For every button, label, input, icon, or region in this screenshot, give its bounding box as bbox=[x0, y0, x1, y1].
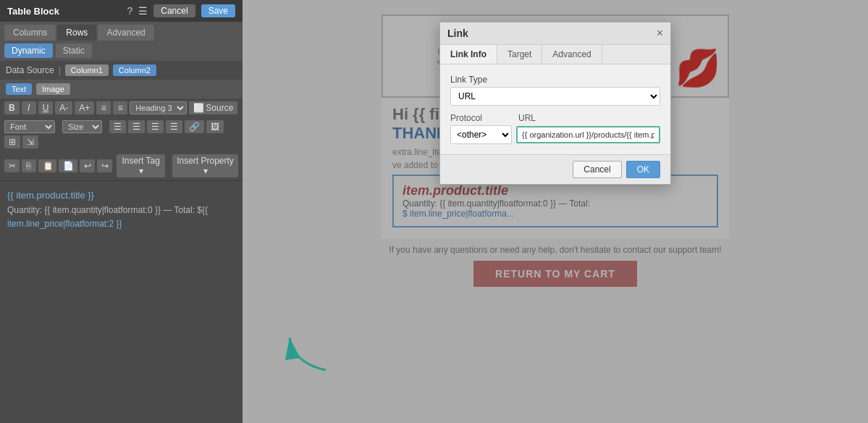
underline-button[interactable]: U bbox=[38, 101, 54, 114]
size-select[interactable]: Size bbox=[62, 120, 102, 133]
modal-body: Link Type URL Protocol URL <other> bbox=[440, 64, 670, 154]
link-type-select[interactable]: URL bbox=[450, 87, 660, 106]
bold-button[interactable]: B bbox=[4, 101, 20, 114]
column2-badge[interactable]: Column2 bbox=[113, 64, 156, 76]
source-icon: ⬜ bbox=[193, 103, 204, 113]
link-modal: Link × Link Info Target Advanced Link Ty… bbox=[439, 22, 671, 185]
align-center-button[interactable]: ☰ bbox=[128, 120, 145, 133]
arrow-svg bbox=[279, 327, 337, 377]
toolbar-row3: ✂ ⎘ 📋 📄 ↩ ↪ Insert Tag ▾ Insert Property… bbox=[0, 151, 243, 181]
url-input[interactable] bbox=[516, 126, 660, 143]
content-body-line1: Quantity: {{ item.quantity|floatformat:0… bbox=[7, 205, 208, 215]
tab-columns[interactable]: Columns bbox=[4, 25, 56, 41]
list-ol-button[interactable]: ≡ bbox=[96, 101, 111, 114]
menu-icon[interactable]: ☰ bbox=[138, 5, 148, 17]
undo-button[interactable]: ↩ bbox=[80, 159, 95, 172]
cut-button[interactable]: ✂ bbox=[4, 159, 20, 172]
link-button[interactable]: 🔗 bbox=[185, 120, 204, 133]
modal-tab-link-info[interactable]: Link Info bbox=[440, 45, 497, 64]
panel-header: Table Block ? ☰ Cancel Save bbox=[0, 0, 243, 22]
link-type-group: Link Type URL bbox=[450, 75, 660, 106]
modal-header: Link × bbox=[440, 22, 670, 45]
italic-button[interactable]: I bbox=[22, 101, 36, 114]
cancel-button[interactable]: Cancel bbox=[153, 4, 195, 17]
copy-button[interactable]: ⎘ bbox=[22, 159, 36, 172]
protocol-select[interactable]: <other> bbox=[450, 125, 512, 144]
modal-ok-button[interactable]: OK bbox=[626, 161, 660, 178]
main-tabs: Columns Rows Advanced bbox=[0, 22, 243, 41]
modal-footer: Cancel OK bbox=[440, 154, 670, 184]
align-right-button[interactable]: ☰ bbox=[147, 120, 164, 133]
right-panel: S.W.A.K. LIPS 💋 Hi {{ first_name }}, THA… bbox=[243, 0, 868, 423]
content-body: Quantity: {{ item.quantity|floatformat:0… bbox=[7, 204, 235, 231]
panel-header-icons: ? ☰ Cancel Save bbox=[127, 4, 235, 17]
modal-tabs: Link Info Target Advanced bbox=[440, 45, 670, 64]
panel-title: Table Block bbox=[7, 6, 59, 17]
modal-close-button[interactable]: × bbox=[657, 27, 663, 40]
insert-tag-button[interactable]: Insert Tag ▾ bbox=[117, 154, 166, 177]
paste-text-button[interactable]: 📄 bbox=[59, 159, 77, 172]
toolbar-row1: B I U A- A+ ≡ ≡ Heading 3 ⬜ Source bbox=[0, 99, 243, 117]
content-title: {{ item.product.title }} bbox=[7, 188, 235, 204]
content-area: {{ item.product.title }} Quantity: {{ it… bbox=[0, 181, 243, 423]
url-label: URL bbox=[518, 113, 536, 123]
subtab-static[interactable]: Static bbox=[56, 43, 92, 58]
url-labels-row: Protocol URL bbox=[450, 113, 660, 123]
toolbar-row2: Font Size ☰ ☰ ☰ ☰ 🔗 🖼 ⊞ ⇲ bbox=[0, 117, 243, 151]
font-plus-button[interactable]: A+ bbox=[75, 101, 94, 114]
tab-rows[interactable]: Rows bbox=[57, 25, 96, 41]
tab-advanced[interactable]: Advanced bbox=[98, 25, 153, 41]
align-justify-button[interactable]: ☰ bbox=[166, 120, 182, 133]
font-minus-button[interactable]: A- bbox=[55, 101, 72, 114]
source-button[interactable]: ⬜ Source bbox=[189, 101, 237, 114]
table-button[interactable]: ⊞ bbox=[4, 135, 20, 148]
image-button[interactable]: 🖼 bbox=[206, 120, 224, 133]
redo-button[interactable]: ↪ bbox=[97, 159, 112, 172]
url-row: <other> bbox=[450, 125, 660, 144]
modal-title: Link bbox=[447, 28, 468, 39]
modal-overlay: Link × Link Info Target Advanced Link Ty… bbox=[243, 0, 868, 423]
list-ul-button[interactable]: ≡ bbox=[113, 101, 127, 114]
modal-tab-target[interactable]: Target bbox=[497, 45, 542, 64]
arrow-indicator bbox=[279, 327, 337, 380]
type-tab-text[interactable]: Text bbox=[6, 83, 32, 95]
modal-tab-advanced[interactable]: Advanced bbox=[542, 45, 602, 64]
save-button[interactable]: Save bbox=[201, 4, 235, 17]
subtabs: Dynamic Static bbox=[0, 41, 243, 61]
align-left-button[interactable]: ☰ bbox=[109, 120, 126, 133]
protocol-label: Protocol bbox=[450, 113, 482, 123]
type-tab-image[interactable]: Image bbox=[36, 83, 70, 95]
column1-badge[interactable]: Column1 bbox=[65, 64, 109, 76]
separator: | bbox=[59, 65, 61, 75]
font-select[interactable]: Font bbox=[4, 120, 55, 133]
type-tabs-row: Text Image bbox=[0, 80, 243, 99]
datasource-row: Data Source | Column1 Column2 bbox=[0, 61, 243, 80]
modal-cancel-button[interactable]: Cancel bbox=[573, 161, 621, 178]
subtab-dynamic[interactable]: Dynamic bbox=[4, 43, 53, 58]
datasource-label: Data Source bbox=[6, 65, 54, 75]
link-type-label: Link Type bbox=[450, 75, 660, 85]
help-icon[interactable]: ? bbox=[127, 5, 132, 17]
expand-button[interactable]: ⇲ bbox=[22, 135, 38, 148]
heading-select[interactable]: Heading 3 bbox=[130, 101, 187, 114]
paste-button[interactable]: 📋 bbox=[38, 159, 56, 172]
insert-property-button[interactable]: Insert Property ▾ bbox=[172, 154, 238, 177]
left-panel: Table Block ? ☰ Cancel Save Columns Rows… bbox=[0, 0, 243, 423]
content-body-line2: item.line_price|floatformat:2 }} bbox=[7, 219, 122, 229]
